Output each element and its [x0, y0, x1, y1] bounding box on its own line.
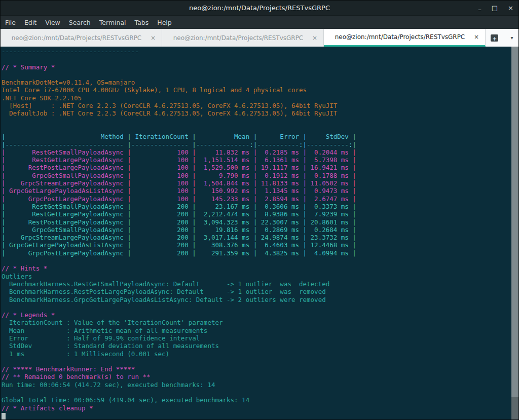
terminal-line: Outliers — [2, 273, 511, 280]
terminal-line: IterationCount : Value of the 'Iteration… — [2, 319, 511, 326]
table-row: | GrpcPostLargePayloadAsync | 200 | 291.… — [2, 249, 511, 257]
terminal-cursor — [2, 413, 6, 419]
terminal-line — [2, 358, 511, 365]
table-row: | GrpcGetLargePayloadAsListAsync | 200 |… — [2, 241, 511, 249]
terminal-line: Run time: 00:06:54 (414.72 sec), execute… — [2, 381, 511, 389]
table-row: | GrpcGetSmallPayloadAsync | 200 | 19.81… — [2, 226, 511, 234]
table-row: | RestGetSmallPayloadAsync | 100 | 11.83… — [2, 148, 511, 156]
tab-close-icon[interactable]: × — [312, 34, 317, 42]
menu-item-help[interactable]: Help — [157, 19, 172, 26]
menu-bar: FileEditViewSearchTerminalTabsHelp — [1, 15, 518, 29]
table-row: | RestGetSmallPayloadAsync | 200 | 23.16… — [2, 203, 511, 210]
title-bar[interactable]: neo@zion:/mnt/Data/Projects/RESTvsGRPC –… — [1, 1, 518, 15]
table-row: | RestPostLargePayloadAsync | 200 | 3,09… — [2, 218, 511, 226]
terminal-line: // * Artifacts cleanup * — [2, 404, 511, 412]
tab-close-icon[interactable]: × — [474, 33, 479, 41]
tab-close-icon[interactable]: × — [151, 34, 156, 42]
tab-1[interactable]: neo@zion:/mnt/Data/Projects/RESTvsGRPC× — [1, 29, 162, 47]
terminal-line — [2, 125, 511, 133]
window-controls: – □ × — [478, 1, 513, 15]
terminal-line: BenchmarkHarness.GrpcGetLargePayloadAsLi… — [2, 296, 511, 303]
terminal-line: // ** Remained 0 benchmark(s) to run ** — [2, 373, 511, 380]
terminal-line: Global total time: 00:06:59 (419.04 sec)… — [2, 396, 511, 404]
table-row: | RestGetLargePayloadAsync | 100 | 1,151… — [2, 156, 511, 164]
terminal-line: StdDev : Standard deviation of all measu… — [2, 342, 511, 350]
tab-title: neo@zion:/mnt/Data/Projects/RESTvsGRPC — [330, 33, 470, 41]
table-separator: |------------------------------- |------… — [2, 141, 511, 148]
table-row: | GrpcPostLargePayloadAsync | 100 | 145.… — [2, 195, 511, 203]
terminal-line: [Host] : .NET Core 2.2.3 (CoreCLR 4.6.27… — [2, 102, 511, 109]
terminal-line: 1 ms : 1 Millisecond (0.001 sec) — [2, 350, 511, 358]
close-icon[interactable]: × — [508, 5, 513, 11]
table-header: | Method | IterationCount | Mean | Error… — [2, 133, 511, 140]
terminal-content[interactable]: ------------------------------------// *… — [1, 47, 518, 419]
menu-item-tabs[interactable]: Tabs — [135, 19, 149, 26]
maximize-icon[interactable]: □ — [492, 5, 498, 11]
terminal-line — [2, 257, 511, 264]
menu-item-view[interactable]: View — [45, 19, 60, 26]
table-row: | RestGetLargePayloadAsync | 200 | 2,212… — [2, 210, 511, 218]
plus-icon: + — [493, 36, 497, 42]
terminal-line: Error : Half of 99.9% confidence interva… — [2, 334, 511, 342]
terminal-line: Mean : Arithmetic mean of all measuremen… — [2, 327, 511, 334]
terminal-line: ------------------------------------ — [2, 48, 511, 55]
terminal-line — [2, 303, 511, 311]
terminal-window: neo@zion:/mnt/Data/Projects/RESTvsGRPC –… — [0, 0, 519, 420]
terminal-line — [2, 389, 511, 396]
terminal-line: .NET Core SDK=2.2.105 — [2, 94, 511, 102]
scrollbar-thumb[interactable] — [511, 47, 518, 397]
tab-bar: neo@zion:/mnt/Data/Projects/RESTvsGRPC×n… — [1, 29, 518, 47]
menu-item-terminal[interactable]: Terminal — [99, 19, 126, 26]
tab-title: neo@zion:/mnt/Data/Projects/RESTvsGRPC — [7, 34, 146, 42]
menu-item-search[interactable]: Search — [69, 19, 91, 26]
minimize-icon[interactable]: – — [478, 6, 481, 13]
menu-item-edit[interactable]: Edit — [24, 19, 36, 26]
terminal-screen[interactable]: ------------------------------------// *… — [1, 47, 511, 419]
menu-item-file[interactable]: File — [5, 19, 16, 26]
table-row: | GrpcGetLargePayloadAsListAsync | 100 |… — [2, 187, 511, 195]
terminal-line: BenchmarkHarness.RestPostLargePayloadAsy… — [2, 288, 511, 295]
terminal-line: // ***** BenchmarkRunner: End ***** — [2, 365, 511, 373]
new-tab-button[interactable]: + — [491, 34, 498, 42]
tab-3[interactable]: neo@zion:/mnt/Data/Projects/RESTvsGRPC× — [324, 29, 486, 47]
tab-title: neo@zion:/mnt/Data/Projects/RESTvsGRPC — [168, 34, 308, 42]
terminal-line — [2, 71, 511, 79]
table-row: | RestPostLargePayloadAsync | 100 | 1,52… — [2, 164, 511, 171]
tab-2[interactable]: neo@zion:/mnt/Data/Projects/RESTvsGRPC× — [162, 29, 324, 47]
terminal-line: // * Summary * — [2, 63, 511, 71]
terminal-line: BenchmarkHarness.RestGetSmallPayloadAsyn… — [2, 280, 511, 288]
terminal-line — [2, 55, 511, 63]
table-row: | GrpcStreamLargePayloadAsync | 100 | 1,… — [2, 179, 511, 187]
terminal-line — [2, 118, 511, 125]
terminal-line: DefaultJob : .NET Core 2.2.3 (CoreCLR 4.… — [2, 109, 511, 117]
cursor-line — [2, 412, 511, 419]
table-row: | GrpcGetSmallPayloadAsync | 100 | 9.790… — [2, 172, 511, 179]
terminal-line: BenchmarkDotNet=v0.11.4, OS=manjaro — [2, 79, 511, 86]
terminal-line: // * Legends * — [2, 311, 511, 319]
terminal-line: // * Hints * — [2, 264, 511, 272]
scrollbar[interactable] — [511, 47, 518, 419]
tab-actions: + ▾ — [486, 29, 518, 47]
tab-list-dropdown-icon[interactable]: ▾ — [510, 35, 513, 41]
table-row: | GrpcStreamLargePayloadAsync | 200 | 3,… — [2, 234, 511, 241]
window-title: neo@zion:/mnt/Data/Projects/RESTvsGRPC — [1, 4, 518, 12]
terminal-line: Intel Core i7-6700K CPU 4.00GHz (Skylake… — [2, 86, 511, 94]
